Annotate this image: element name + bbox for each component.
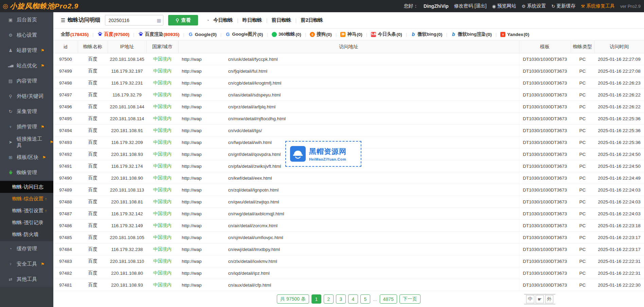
filter-sogou[interactable]: S 搜狗(0) bbox=[301, 31, 332, 37]
android-spider-icon bbox=[7, 170, 14, 176]
page-button[interactable]: 1 bbox=[311, 294, 321, 304]
cell-country: 中国境内 bbox=[146, 148, 178, 160]
page-ellipsis: ... bbox=[373, 294, 377, 304]
sidebar-item-templates-blocks[interactable]: ⊞ 模板/区块 ⚑ bbox=[0, 150, 53, 165]
cell-spider-name: 百度 bbox=[78, 267, 108, 279]
view-button[interactable]: ⚲ 查看 bbox=[168, 15, 198, 25]
col-template: 模板 bbox=[519, 40, 571, 53]
page-button[interactable]: 5 bbox=[360, 294, 370, 304]
sidebar-item-content[interactable]: ▤ 内容管理 bbox=[0, 73, 53, 89]
cell-country: 中国境内 bbox=[146, 101, 178, 113]
submenu-spider-force-settings[interactable]: 蜘蛛·强引设置 ↑ bbox=[0, 205, 53, 217]
sidebar-item-spider-manage[interactable]: 蜘蛛管理 bbox=[0, 165, 53, 180]
sidebar-item-core-settings[interactable]: ⚙ 核心设置 bbox=[0, 28, 53, 43]
cell-url: http://wapcn/cgb/detail/krogtmfj.html bbox=[178, 77, 519, 89]
filter-bing[interactable]: b 微软bing(0) bbox=[402, 31, 443, 37]
calendar-icon[interactable]: ▦ bbox=[157, 18, 161, 23]
date-input[interactable] bbox=[108, 18, 157, 23]
filter-baidu[interactable]: 百度(97500) bbox=[89, 31, 129, 37]
quicklink-3days-ago[interactable]: 前2日蜘蛛 bbox=[301, 17, 323, 23]
sidebar-item-security-tools[interactable]: ♀ 安全工具 ⚑ bbox=[0, 256, 53, 272]
submenu-spider-firewall[interactable]: 蜘蛛·防火墙 bbox=[0, 229, 53, 240]
cell-url: http://wapcn/aux/detail/cfp.html bbox=[178, 279, 519, 291]
cell-spider-type: PC bbox=[571, 160, 594, 172]
filter-shenma[interactable]: 神 神马(0) bbox=[332, 31, 362, 37]
cell-country: 中国境内 bbox=[146, 208, 178, 220]
cell-country: 中国境内 bbox=[146, 243, 178, 255]
watermark-subtitle: HeiMaoZiYuan.Com bbox=[309, 157, 346, 161]
preview-site-link[interactable]: ◉ 预览网站 bbox=[492, 3, 516, 9]
page-button[interactable]: 2 bbox=[324, 294, 334, 304]
cell-ip: 220.181.108.110 bbox=[108, 255, 146, 267]
refresh-icon: ↻ bbox=[7, 109, 14, 114]
sidebar-item-site-optimize[interactable]: ▂▄▆ 站点优化 ⚑ bbox=[0, 58, 53, 73]
cell-spider-type: PC bbox=[571, 65, 594, 77]
update-cache-link[interactable]: ↻ 更新缓存 bbox=[551, 3, 575, 9]
submenu-spider-access-log[interactable]: 蜘蛛·访问日志 bbox=[0, 181, 53, 193]
page-button[interactable]: 3 bbox=[336, 294, 346, 304]
repair-tool-link[interactable]: ⚒ 系统修复工具 bbox=[581, 3, 615, 9]
heimao-logo-icon bbox=[290, 146, 306, 162]
page-title: ☰ 蜘蛛访问明细 bbox=[61, 17, 100, 24]
sidebar-item-dashboard[interactable]: ▣ 后台首页 bbox=[0, 12, 53, 28]
pin-icon: ⚑ bbox=[42, 155, 46, 160]
cell-spider-name: 百度 bbox=[78, 113, 108, 125]
sidebar-item-cache-manage[interactable]: ◔ 缓存管理 bbox=[0, 241, 53, 256]
filter-google[interactable]: G Google(0) bbox=[179, 32, 217, 37]
sidebar-item-collect[interactable]: ↻ 采集管理 bbox=[0, 104, 53, 119]
cell-spider-type: PC bbox=[571, 243, 594, 255]
page-button[interactable]: 4 bbox=[348, 294, 358, 304]
cell-spider-name: 百度 bbox=[78, 77, 108, 89]
cell-url: http://wapcn/kwf/detail/eex.html bbox=[178, 172, 519, 184]
baidu-paw-icon bbox=[97, 31, 104, 37]
sidebar-item-plugins[interactable]: ♆ 插件管理 ⚑ bbox=[0, 119, 53, 134]
cell-spider-type: PC bbox=[571, 172, 594, 184]
cell-id: 97484 bbox=[53, 243, 78, 255]
next-page-button[interactable]: 下一页 bbox=[399, 294, 421, 304]
submenu-spider-force-records[interactable]: 蜘蛛·强引记录 bbox=[0, 217, 53, 229]
cell-template: DT1030/1030DT3673 bbox=[519, 172, 571, 184]
cell-visit-time: 2025-01-16 22:22:31 bbox=[594, 255, 644, 267]
translate-widget[interactable]: 中 ☛ 外 bbox=[524, 294, 555, 304]
cell-spider-type: PC bbox=[571, 279, 594, 291]
user-icon: ♟ bbox=[7, 48, 14, 53]
cell-ip: 220.181.108.105 bbox=[108, 232, 146, 243]
filter-toutiao[interactable]: 头条 今日头条(0) bbox=[362, 31, 402, 37]
cell-visit-time: 2025-01-16 22:23:17 bbox=[594, 243, 644, 255]
cell-spider-name: 百度 bbox=[78, 101, 108, 113]
quicklink-2days-ago[interactable]: 前日蜘蛛 bbox=[271, 17, 291, 23]
filter-360[interactable]: 360蜘蛛(0) bbox=[263, 31, 301, 37]
system-settings-link[interactable]: ⚙ 系统设置 bbox=[522, 3, 546, 9]
clock-icon: ◔ bbox=[206, 18, 209, 23]
page-button[interactable]: 4875 bbox=[380, 294, 397, 304]
submenu-spider-general-settings[interactable]: 蜘蛛·综合设置 ↑ bbox=[0, 193, 53, 205]
filter-all[interactable]: 全部(178435) bbox=[61, 31, 89, 37]
quicklink-yesterday[interactable]: 昨日蜘蛛 bbox=[243, 17, 262, 23]
col-visit-time: 访问时间 bbox=[594, 40, 644, 53]
sidebar-item-site-group[interactable]: ♟ 站群管理 ⚑ bbox=[0, 43, 53, 58]
logout-link[interactable]: [退出] bbox=[475, 3, 487, 9]
sidebar-item-other-tools[interactable]: ⇄ 其他工具 bbox=[0, 272, 53, 287]
cell-url: http://wapcn/vdc/detail/lgs/ bbox=[178, 125, 519, 137]
search-icon: ⚲ bbox=[7, 94, 14, 99]
sidebar-item-link-push[interactable]: ➤ 链接推送工具 ⚑ bbox=[0, 134, 53, 150]
filter-yandex[interactable]: Y Yandex(0) bbox=[492, 32, 529, 37]
quicklink-today[interactable]: 今日蜘蛛 bbox=[213, 17, 233, 23]
filter-baidu-render[interactable]: 百度渲染(80935) bbox=[129, 31, 179, 37]
quick-links: ◔ 今日蜘蛛 | 昨日蜘蛛 | 前日蜘蛛 | 前2日蜘蛛 bbox=[206, 17, 323, 23]
filter-google-images[interactable]: G Google图片(0) bbox=[217, 31, 263, 37]
list-icon: ☰ bbox=[61, 17, 65, 23]
cell-url: http://wapcn/air/detail/zorcmx.html bbox=[178, 220, 519, 232]
table-row: 97488 百度 220.181.108.81 中国境内 http://wapc… bbox=[53, 196, 644, 208]
col-spider-name: 蜘蛛名称 bbox=[78, 40, 108, 53]
col-ip: IP地址 bbox=[108, 40, 146, 53]
change-password-link[interactable]: 修改密码 bbox=[454, 3, 473, 9]
filter-bing-render[interactable]: b 微软bing渲染(0) bbox=[442, 31, 492, 37]
col-country: 国家/城市 bbox=[146, 40, 178, 53]
cell-spider-name: 百度 bbox=[78, 184, 108, 196]
cell-spider-type: PC bbox=[571, 220, 594, 232]
sidebar-item-links-keywords[interactable]: ⚲ 外链/关键词 bbox=[0, 89, 53, 104]
cell-visit-time: 2025-01-16 22:25:36 bbox=[594, 137, 644, 148]
cell-url: http://wapcn/rwg/detail/axblcmqjl.html bbox=[178, 208, 519, 220]
cell-visit-time: 2025-01-16 22:27:09 bbox=[594, 53, 644, 65]
